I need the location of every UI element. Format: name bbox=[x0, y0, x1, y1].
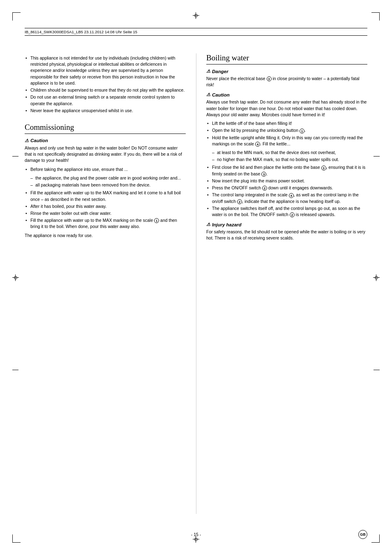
list-item: Open the lid by pressing the unlocking b… bbox=[206, 127, 367, 134]
list-item: Now insert the plug into the mains power… bbox=[206, 178, 367, 184]
circle-num-3a: 3 bbox=[267, 76, 272, 81]
caution-rh-icon: ⚠ bbox=[206, 92, 210, 97]
caution-text: Always and only use fresh tap water in t… bbox=[25, 145, 186, 164]
list-item: Before taking the appliance into use, en… bbox=[25, 166, 186, 173]
crosshair-right bbox=[373, 274, 380, 281]
crop-mark-bl-h bbox=[12, 542, 21, 543]
caution-block: ⚠ Caution Always use fresh tap water. Do… bbox=[206, 92, 367, 118]
crosshair-top bbox=[193, 12, 199, 19]
list-item: First close the lid and then place the k… bbox=[206, 164, 367, 177]
caution-rh-heading: ⚠ Caution bbox=[206, 92, 367, 97]
left-column: This appliance is not intended for use b… bbox=[25, 53, 190, 514]
boiling-dash-list: at least to the MIN mark, so that the de… bbox=[212, 150, 367, 163]
side-mark-lb bbox=[12, 370, 18, 370]
list-item: all packaging materials have been remove… bbox=[30, 182, 186, 188]
boiling-bullet-list-1: Lift the kettle off of the base when fil… bbox=[206, 120, 367, 147]
circle-num-3b: 3 bbox=[321, 166, 326, 170]
list-item: the appliance, the plug and the power ca… bbox=[30, 175, 186, 181]
commissioning-bullet-list-2: Fill the appliance with water up to the … bbox=[25, 190, 186, 230]
injury-hazard-text: For safety reasons, the lid should not b… bbox=[206, 229, 367, 241]
list-item: Children should be supervised to ensure … bbox=[25, 87, 186, 93]
list-item: Fill the appliance with water up to the … bbox=[25, 190, 186, 202]
list-item: The control lamp integrated in the scale… bbox=[206, 192, 367, 204]
list-item: at least to the MIN mark, so that the de… bbox=[212, 150, 367, 156]
list-item: Never leave the appliance unsupervised w… bbox=[25, 108, 186, 114]
danger-icon: ⚠ bbox=[206, 69, 210, 74]
circle-num-2b: 2 bbox=[237, 199, 242, 204]
commissioning-heading: Commissioning bbox=[25, 123, 186, 134]
list-item: no higher than the MAX mark, so that no … bbox=[212, 157, 367, 163]
ready-text: The appliance is now ready for use. bbox=[25, 233, 186, 239]
file-info: IB_86114_SWK3000EDSA1_LB5 23.11.2012 14:… bbox=[25, 30, 137, 34]
list-item: After it has boiled, pour this water awa… bbox=[25, 203, 186, 210]
crop-mark-br-v bbox=[379, 534, 380, 543]
caution-heading: ⚠ Caution bbox=[25, 138, 186, 143]
crop-mark-tr-h bbox=[371, 12, 380, 13]
danger-heading: ⚠ Danger bbox=[206, 69, 367, 74]
list-item: The appliance switches itself off, and t… bbox=[206, 205, 367, 218]
list-item: Lift the kettle off of the base when fil… bbox=[206, 120, 367, 127]
caution-icon: ⚠ bbox=[25, 138, 29, 143]
commissioning-bullet-list-1: Before taking the appliance into use, en… bbox=[25, 166, 186, 173]
list-item: Do not use an external timing switch or … bbox=[25, 94, 186, 106]
page: IB_86114_SWK3000EDSA1_LB5 23.11.2012 14:… bbox=[0, 0, 392, 555]
circle-num-2c: 2 bbox=[290, 212, 295, 217]
right-column: Boiling water ⚠ Danger Never place the e… bbox=[202, 53, 367, 514]
circle-num-3c: 3 bbox=[261, 172, 266, 177]
side-mark-rb bbox=[374, 370, 380, 370]
side-mark-lt bbox=[12, 156, 18, 157]
crop-mark-bl-v bbox=[12, 534, 13, 543]
intro-bullet-list: This appliance is not intended for use b… bbox=[25, 55, 186, 114]
commissioning-dash-list: the appliance, the plug and the power ca… bbox=[30, 175, 186, 188]
content-area: This appliance is not intended for use b… bbox=[25, 53, 367, 514]
circle-num-1: 1 bbox=[154, 218, 159, 223]
caution-label: Caution bbox=[30, 138, 48, 143]
injury-hazard-heading: ⚠ Injury hazard bbox=[206, 222, 367, 227]
circle-num-4b: 4 bbox=[289, 193, 294, 198]
caution-rh-label: Caution bbox=[212, 92, 230, 97]
injury-hazard-block: ⚠ Injury hazard For safety reasons, the … bbox=[206, 222, 367, 241]
danger-block: ⚠ Danger Never place the electrical base… bbox=[206, 69, 367, 88]
page-number: - 15 - bbox=[191, 532, 201, 537]
side-mark-rt bbox=[374, 156, 380, 157]
file-header: IB_86114_SWK3000EDSA1_LB5 23.11.2012 14:… bbox=[25, 28, 367, 36]
caution-rh-text: Always use fresh tap water. Do not consu… bbox=[206, 99, 367, 118]
boiling-water-heading: Boiling water bbox=[206, 53, 367, 64]
list-item: Fill the appliance with water up to the … bbox=[25, 217, 186, 230]
injury-hazard-label: Injury hazard bbox=[212, 222, 242, 227]
crop-mark-tl-h bbox=[12, 12, 21, 13]
list-item: This appliance is not intended for use b… bbox=[25, 55, 186, 86]
crosshair-left bbox=[12, 274, 19, 281]
locale-badge: GB bbox=[358, 530, 367, 539]
boiling-bullet-list-2: First close the lid and then place the k… bbox=[206, 164, 367, 218]
circle-num-4a: 4 bbox=[255, 142, 260, 147]
crop-mark-tr-v bbox=[379, 12, 380, 21]
crop-mark-tl-v bbox=[12, 12, 13, 21]
list-item: Hold the kettle upright while filling it… bbox=[206, 135, 367, 147]
commissioning-section: Commissioning ⚠ Caution Always and only … bbox=[25, 123, 186, 239]
crop-mark-br-h bbox=[371, 542, 380, 543]
list-item: Rinse the water boiler out with clear wa… bbox=[25, 210, 186, 216]
crosshair-bottom bbox=[193, 536, 199, 543]
circle-num-2a: 2 bbox=[262, 186, 267, 191]
danger-label: Danger bbox=[212, 69, 228, 74]
danger-text: Never place the electrical base 3 in clo… bbox=[206, 76, 367, 88]
injury-hazard-icon: ⚠ bbox=[206, 222, 210, 227]
circle-num-1b: 1 bbox=[300, 129, 304, 134]
list-item: Press the ON/OFF switch 2 down until it … bbox=[206, 185, 367, 191]
